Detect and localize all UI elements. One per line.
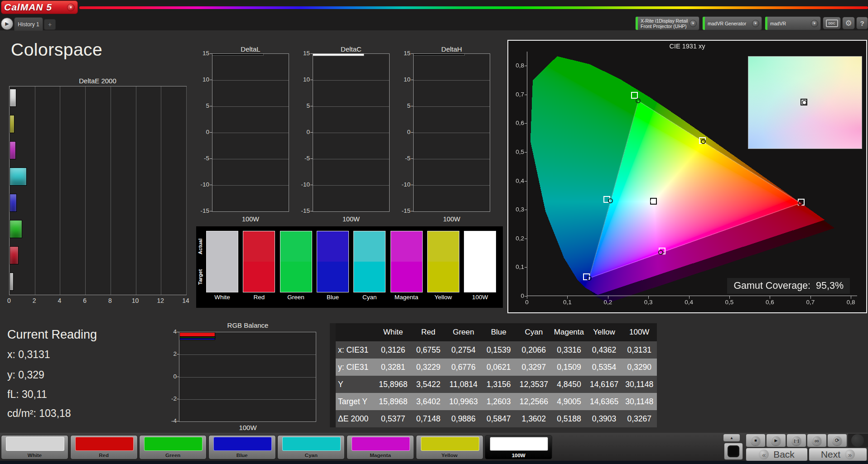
bottom-edge-strip xyxy=(0,461,868,464)
swatch-actual xyxy=(280,231,312,262)
column-header-white: White xyxy=(376,328,411,337)
plus-icon: + xyxy=(48,21,52,28)
y-tick-label: 5 xyxy=(394,102,410,109)
patch-button-red[interactable]: Red xyxy=(70,435,138,459)
deltae-bar-green xyxy=(10,220,22,238)
grid-line xyxy=(85,86,86,295)
cie-x-tick: 0,5 xyxy=(721,299,738,306)
patch-label: Cyan xyxy=(278,453,344,458)
swatch-label: Red xyxy=(241,294,277,301)
swatch-white xyxy=(206,231,238,292)
tab-label: History 1 xyxy=(18,21,39,28)
patch-label: Blue xyxy=(209,453,275,458)
stop-session-button[interactable] xyxy=(724,443,743,460)
cie-y-tick: 0,1 xyxy=(509,263,524,270)
patch-button-cyan[interactable]: Cyan xyxy=(277,435,345,459)
table-cell: 1,3156 xyxy=(481,380,516,389)
tick-mark xyxy=(310,80,313,80)
patch-button-magenta[interactable]: Magenta xyxy=(347,435,414,459)
table-cell: 1,2603 xyxy=(481,397,516,407)
tick-mark xyxy=(411,185,413,185)
app-menu-button[interactable]: CalMAN 5 ▼ xyxy=(1,0,78,14)
settings-button[interactable]: ⚙ xyxy=(842,17,855,29)
table-cell: 0,5377 xyxy=(376,414,411,424)
continuous-measure-button[interactable]: ∞ xyxy=(807,434,827,447)
row-strip xyxy=(330,359,336,376)
table-cell: 4,8450 xyxy=(551,380,587,389)
patch-color-chip xyxy=(213,437,272,451)
swatch-magenta xyxy=(391,231,423,292)
y-tick-label: -15 xyxy=(193,207,209,214)
patch-color-chip xyxy=(75,437,134,451)
table-cell: 15,8968 xyxy=(376,397,411,407)
deltae-chart-title: DeltaE 2000 xyxy=(9,77,186,85)
grid-line xyxy=(313,159,389,159)
next-button[interactable]: Next » xyxy=(809,448,867,461)
play-icon: ▶ xyxy=(5,21,9,27)
rgb-balance-title: RGB Balance xyxy=(179,321,316,329)
tick-mark xyxy=(177,354,179,354)
grid-line xyxy=(414,159,490,159)
cie-x-tick: 0,2 xyxy=(600,299,616,306)
tick-mark xyxy=(411,132,413,133)
y-tick-label: -4 xyxy=(163,417,177,424)
patch-button-yellow[interactable]: Yellow xyxy=(416,435,483,459)
table-cell: 15,8968 xyxy=(376,380,411,389)
play-button[interactable]: ▶ xyxy=(766,434,786,447)
tab-scroll-button[interactable]: ▶ xyxy=(1,18,13,30)
meter-dropdown[interactable]: X-Rite i1Display RetailFront Projector (… xyxy=(635,16,699,30)
page-title: Colorspace xyxy=(11,40,102,60)
deltae-bar-100w xyxy=(10,273,14,291)
display-dropdown-label: madVR xyxy=(767,21,811,26)
deltal-title: DeltaL xyxy=(212,45,289,53)
help-button[interactable]: ? xyxy=(856,17,868,29)
tick-mark xyxy=(525,210,527,210)
grid-line xyxy=(212,106,289,107)
x-axis-label: 100W xyxy=(413,215,490,223)
refresh-button[interactable]: ⟳ xyxy=(827,434,847,447)
row-label: x: CIE31 xyxy=(336,345,376,355)
add-tab-button[interactable]: + xyxy=(44,19,56,30)
ddc-button[interactable]: DDC xyxy=(823,17,841,29)
tick-mark xyxy=(411,158,413,159)
patch-button-100w[interactable]: 100W xyxy=(485,435,552,459)
swatch-red xyxy=(243,231,275,292)
grid-line xyxy=(212,80,289,81)
deltal-bar xyxy=(212,54,263,55)
table-cell: 3,5422 xyxy=(411,380,446,389)
swatch-actual xyxy=(391,231,422,262)
deltah-bar xyxy=(414,54,464,55)
table-cell: 0,1539 xyxy=(481,345,516,355)
row-label: ΔE 2000 xyxy=(336,414,376,424)
x-tick-label: 8 xyxy=(105,297,116,304)
gear-icon: ⚙ xyxy=(845,19,852,28)
swatch-actual xyxy=(464,231,496,262)
x-tick-label: 10 xyxy=(130,297,141,304)
chevron-down-icon: ▼ xyxy=(690,20,697,27)
grid-line xyxy=(212,159,289,159)
single-measure-button[interactable]: [··] xyxy=(786,434,806,447)
meter-dropdown-label: X-Rite i1Display RetailFront Projector (… xyxy=(638,18,690,29)
table-cell: 0,5847 xyxy=(481,414,516,424)
table-cell: 0,5354 xyxy=(587,363,622,372)
generator-dropdown[interactable]: madVR Generator ▼ xyxy=(702,16,762,30)
cie-x-tick: 0,3 xyxy=(640,299,656,306)
display-dropdown[interactable]: madVR ▼ xyxy=(765,16,821,30)
cie-y-tick: 0,6 xyxy=(509,120,524,126)
panel-expand-button[interactable]: ▲ xyxy=(723,434,740,442)
table-cell: 14,6365 xyxy=(587,397,622,407)
patch-button-blue[interactable]: Blue xyxy=(208,435,276,459)
tick-mark xyxy=(525,152,527,153)
swatch-label: White xyxy=(204,294,241,301)
back-button[interactable]: « Back xyxy=(746,448,808,461)
chevron-right-icon: » xyxy=(845,450,855,459)
patch-color-chip xyxy=(490,437,548,451)
grid-line xyxy=(313,185,389,186)
patch-label: Green xyxy=(140,453,206,458)
grid-line xyxy=(414,133,490,133)
stop-button[interactable]: ■ xyxy=(746,434,766,447)
patch-button-green[interactable]: Green xyxy=(139,435,207,459)
patch-button-white[interactable]: White xyxy=(1,435,68,459)
swatch-label: Cyan xyxy=(351,294,388,301)
tab-history-1[interactable]: History 1 xyxy=(14,17,43,31)
